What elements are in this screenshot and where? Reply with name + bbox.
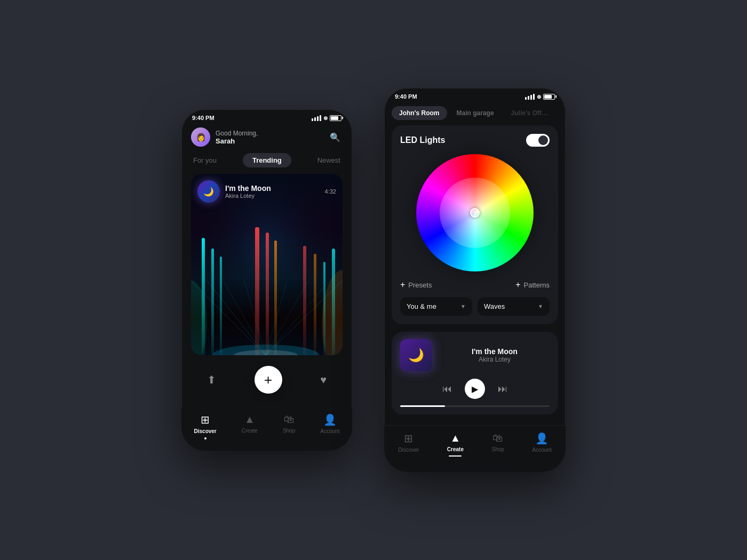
svg-rect-14 [274, 241, 277, 355]
svg-rect-10 [211, 249, 214, 355]
dropdown-preset-arrow: ▼ [460, 303, 466, 309]
discover-label-2: Discover [398, 447, 419, 453]
svg-rect-12 [255, 227, 259, 355]
presets-label: Presets [408, 281, 432, 289]
svg-rect-15 [303, 246, 306, 355]
bottom-nav-1: ⊞ Discover ▲ Create 🛍 Shop 👤 Account [181, 408, 352, 451]
presets-button[interactable]: + Presets [400, 280, 432, 290]
tab-newest[interactable]: Newest [317, 156, 340, 164]
player-info: I'm the Moon Akira Lotey [440, 347, 550, 363]
led-card: LED Lights + Presets + Patterns [392, 125, 558, 324]
music-card[interactable]: 🌙 I'm the Moon Akira Lotey 4:32 [191, 174, 343, 355]
music-card-bg: 🌙 I'm the Moon Akira Lotey 4:32 [191, 174, 343, 355]
color-wheel[interactable] [416, 154, 534, 271]
nav-discover[interactable]: ⊞ Discover [194, 413, 217, 439]
create-label-2: Create [447, 446, 464, 452]
dropdown-preset-label: You & me [407, 302, 436, 310]
time-1: 9:40 PM [192, 115, 214, 121]
card-actions: ⬆ + ♥ [191, 357, 343, 402]
dropdowns-row: You & me ▼ Waves ▼ [400, 297, 550, 316]
phone1-content: 👩 Good Morning, Sarah 🔍 For you Trending… [181, 123, 352, 402]
color-cursor[interactable] [470, 208, 480, 218]
presets-plus-icon: + [400, 280, 405, 290]
dropdown-pattern[interactable]: Waves ▼ [478, 297, 550, 316]
play-button[interactable]: ▶ [465, 379, 485, 399]
shop-icon-2: 🛍 [492, 432, 503, 444]
create-icon-2: ▲ [450, 432, 460, 444]
nav-create-2[interactable]: ▲ Create [447, 432, 464, 457]
track-duration: 4:32 [325, 188, 336, 195]
greeting-text-block: Good Morning, Sarah [216, 130, 258, 145]
favorite-button[interactable]: ♥ [320, 374, 327, 386]
phone-1: 9:40 PM ⊛ 👩 Good Morn [181, 109, 352, 451]
signal-icon-1 [312, 115, 321, 121]
account-label-1: Account [320, 428, 339, 434]
led-title: LED Lights [400, 135, 445, 145]
patterns-button[interactable]: + Patterns [515, 280, 550, 290]
tabs-row: For you Trending Newest [191, 153, 343, 167]
room-tabs: John's Room Main garage Julie's Office [384, 102, 566, 125]
battery-icon-1 [330, 115, 341, 121]
avatar-sarah: 👩 [191, 127, 210, 147]
tab-for-you[interactable]: For you [193, 156, 217, 164]
account-label-2: Account [533, 447, 552, 453]
dropdown-pattern-arrow: ▼ [538, 303, 543, 309]
nav-account-2[interactable]: 👤 Account [533, 432, 552, 453]
account-icon-2: 👤 [535, 432, 549, 445]
color-wheel-container [400, 154, 550, 271]
shop-label-2: Shop [492, 446, 504, 452]
led-toggle[interactable] [526, 134, 550, 147]
discover-label: Discover [194, 428, 217, 434]
nav-account-1[interactable]: 👤 Account [320, 413, 339, 434]
player-card: 🌙 I'm the Moon Akira Lotey ⏮ ▶ ⏭ [392, 332, 558, 414]
time-2: 9:40 PM [395, 93, 417, 100]
svg-rect-16 [314, 254, 316, 355]
account-icon-1: 👤 [323, 413, 337, 426]
nav-shop-1[interactable]: 🛍 Shop [283, 413, 295, 434]
room-tab-johns-room[interactable]: John's Room [392, 106, 447, 120]
battery-fill-2 [544, 95, 552, 99]
status-bar-1: 9:40 PM ⊛ [181, 109, 352, 123]
battery-icon-2 [543, 94, 555, 100]
prev-button[interactable]: ⏮ [442, 383, 452, 395]
patterns-label: Patterns [524, 281, 550, 289]
player-track-artist: Akira Lotey [440, 356, 550, 363]
nav-discover-2[interactable]: ⊞ Discover [398, 432, 419, 453]
play-icon: ▶ [472, 384, 478, 394]
led-header: LED Lights [400, 134, 550, 147]
create-label-1: Create [242, 428, 258, 434]
search-button[interactable]: 🔍 [328, 130, 343, 145]
nav-active-dot [204, 437, 206, 439]
share-button[interactable]: ⬆ [207, 373, 216, 386]
status-icons-2: ⊛ [525, 94, 555, 100]
wifi-icon-1: ⊛ [323, 115, 328, 121]
greeting-name: Sarah [216, 137, 258, 145]
patterns-plus-icon: + [515, 280, 520, 290]
track-artist-1: Akira Lotey [225, 193, 320, 199]
battery-fill-1 [331, 116, 338, 120]
status-bar-2: 9:40 PM ⊛ [384, 88, 566, 102]
dropdown-preset[interactable]: You & me ▼ [400, 297, 472, 316]
track-text: I'm the Moon Akira Lotey [225, 184, 320, 199]
presets-patterns-row: + Presets + Patterns [400, 280, 550, 290]
progress-fill [400, 405, 445, 407]
bottom-nav-2: ⊞ Discover ▲ Create 🛍 Shop 👤 Account [384, 425, 566, 472]
discover-icon-2: ⊞ [404, 432, 413, 445]
player-content: 🌙 I'm the Moon Akira Lotey [400, 339, 550, 371]
next-button[interactable]: ⏭ [498, 383, 507, 395]
progress-bar[interactable] [400, 405, 550, 407]
tab-trending[interactable]: Trending [243, 153, 291, 167]
room-tab-main-garage[interactable]: Main garage [449, 106, 502, 120]
shop-icon-1: 🛍 [284, 413, 295, 426]
nav-create-1[interactable]: ▲ Create [242, 413, 258, 434]
phones-container: 9:40 PM ⊛ 👩 Good Morn [181, 88, 566, 472]
nav-shop-2[interactable]: 🛍 Shop [492, 432, 504, 452]
player-controls: ⏮ ▶ ⏭ [400, 379, 550, 399]
add-to-playlist-button[interactable]: + [255, 366, 282, 394]
greeting-row: 👩 Good Morning, Sarah 🔍 [191, 123, 343, 153]
room-tab-julies-office[interactable]: Julie's Office [504, 106, 557, 120]
track-info-card: 🌙 I'm the Moon Akira Lotey 4:32 [197, 180, 336, 203]
phone-2: 9:40 PM ⊛ John's Room Main garage Julie'… [384, 88, 566, 472]
create-icon-1: ▲ [244, 413, 255, 426]
nav-active-underline [449, 455, 462, 457]
